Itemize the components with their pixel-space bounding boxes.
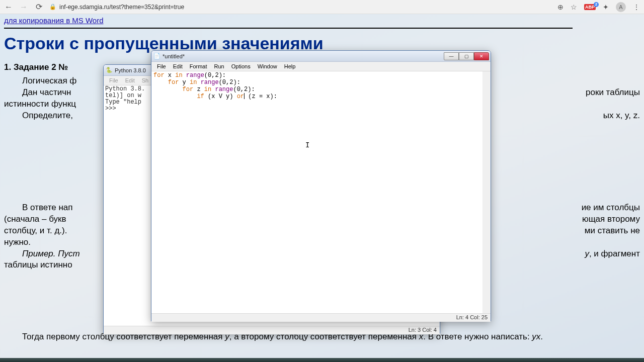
text-cursor (244, 93, 245, 99)
menu-format[interactable]: Format (186, 63, 211, 70)
scroll-down-button[interactable]: ▾ (482, 305, 491, 313)
bookmark-star-icon[interactable]: ☆ (571, 3, 577, 11)
windows-taskbar[interactable] (0, 358, 644, 362)
shell-statusbar: Ln: 3 Col: 4 (104, 326, 440, 334)
python-file-icon: 📄 (153, 53, 160, 60)
close-button[interactable]: ✕ (474, 52, 489, 60)
menu-help[interactable]: Help (281, 63, 299, 70)
idle-editor-window[interactable]: 📄 *untitled* — ▢ ✕ File Edit Format Run … (151, 50, 491, 322)
browser-toolbar: ← → ⟳ 🔒 inf-ege.sdamgia.ru/test?theme=35… (0, 0, 644, 14)
shell-menu-file[interactable]: File (106, 77, 122, 84)
window-buttons: — ▢ ✕ (444, 52, 489, 60)
menu-file[interactable]: File (153, 63, 170, 70)
extension-icons: ⊕ ☆ ABP2 ✦ A ⋮ (557, 2, 640, 12)
lock-icon: 🔒 (49, 4, 56, 10)
profile-avatar[interactable]: A (616, 2, 626, 12)
extensions-puzzle-icon[interactable]: ✦ (603, 3, 609, 11)
adblock-icon[interactable]: ABP2 (584, 4, 596, 10)
address-bar[interactable]: 🔒 inf-ege.sdamgia.ru/test?theme=352&prin… (49, 4, 551, 11)
editor-statusbar: Ln: 4 Col: 25 (151, 313, 491, 322)
code-editor[interactable]: ▴ ▾ for x in range(0,2): for y in range(… (151, 71, 491, 313)
editor-menubar[interactable]: File Edit Format Run Options Window Help (151, 62, 491, 71)
forward-button[interactable]: → (19, 3, 28, 12)
reload-button[interactable]: ⟳ (34, 3, 43, 12)
divider (4, 28, 573, 29)
zoom-icon[interactable]: ⊕ (557, 3, 564, 11)
menu-dots-icon[interactable]: ⋮ (633, 3, 640, 11)
maximize-button[interactable]: ▢ (459, 52, 474, 60)
menu-window[interactable]: Window (254, 63, 281, 70)
ibeam-cursor-icon: I (305, 142, 306, 149)
minimize-button[interactable]: — (444, 52, 459, 60)
shell-menu-edit[interactable]: Edit (122, 77, 138, 84)
editor-titlebar[interactable]: 📄 *untitled* — ▢ ✕ (151, 51, 491, 62)
back-button[interactable]: ← (4, 3, 13, 12)
menu-edit[interactable]: Edit (170, 63, 186, 70)
shell-menu-shell[interactable]: Sh (138, 77, 152, 84)
menu-run[interactable]: Run (211, 63, 228, 70)
scroll-up-button[interactable]: ▴ (482, 71, 491, 79)
url-text: inf-ege.sdamgia.ru/test?theme=352&print=… (59, 4, 184, 11)
menu-options[interactable]: Options (228, 63, 254, 70)
link-ms-word[interactable]: для копирования в MS Word (4, 16, 640, 25)
python-icon: 🐍 (106, 67, 113, 74)
